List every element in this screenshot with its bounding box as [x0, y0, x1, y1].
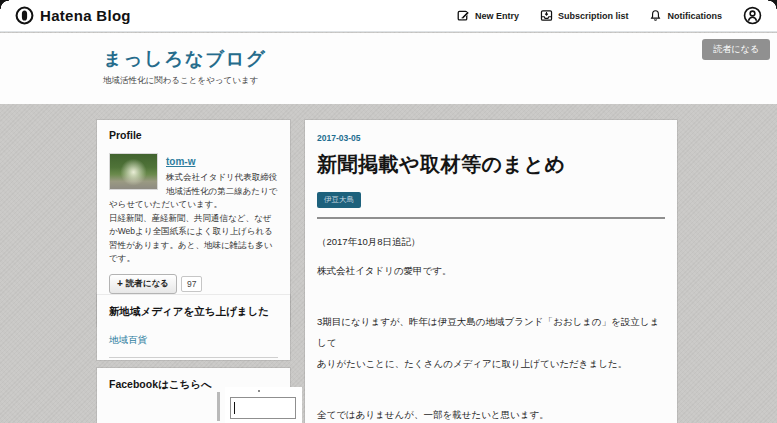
widget-dot: [258, 390, 260, 392]
entry-card: 2017-03-05 新聞掲載や取材等のまとめ 伊豆大島 （2017年10月8日…: [305, 120, 677, 423]
profile-bio-line: 日経新聞、産経新聞、共同通信など、なぜかWebより全国紙系によく取り上げられる習…: [109, 212, 278, 266]
article-body: （2017年10月8日追記） 株式会社イタドリの愛甲です。 3期目になりますが、…: [317, 231, 665, 423]
facebook-widget-divider: [217, 392, 220, 421]
subscribe-button-label: 読者になる: [126, 278, 169, 290]
hatena-logo-icon: [15, 6, 34, 25]
blog-title[interactable]: まっしろなブログ: [103, 46, 266, 71]
hatena-blog-logo[interactable]: Hatena Blog: [15, 6, 131, 25]
profile-avatar[interactable]: [109, 153, 158, 190]
media-module-heading: 新地域メディアを立ち上げました: [109, 305, 278, 319]
entry-header-divider: [317, 217, 665, 219]
notifications-label: Notifications: [667, 11, 722, 21]
article-paragraph: 全てではありませんが、一部を載せたいと思います。: [317, 404, 665, 423]
account-circle-icon: [743, 6, 762, 25]
global-header-nav: New Entry Subscription list Notification…: [457, 6, 762, 25]
entry-title-link[interactable]: 新聞掲載や取材等のまとめ: [317, 151, 665, 178]
article-paragraph: [317, 382, 665, 396]
subscriber-count-badge: 97: [181, 276, 202, 292]
notifications-button[interactable]: Notifications: [649, 9, 722, 22]
profile-username-link[interactable]: tom-w: [166, 156, 195, 167]
blog-subtitle: 地域活性化に関わることをやっています: [103, 75, 258, 87]
profile-heading: Profile: [109, 129, 278, 141]
media-module: 新地域メディアを立ち上げました 地域百貨: [97, 295, 290, 360]
subscription-list-label: Subscription list: [558, 11, 629, 21]
article-paragraph: （2017年10月8日追記）: [317, 231, 665, 252]
account-menu-button[interactable]: [743, 6, 762, 25]
logo-text: Hatena Blog: [40, 7, 131, 24]
global-header: Hatena Blog New Entry Subscription list …: [0, 0, 777, 32]
media-module-link[interactable]: 地域百貨: [109, 334, 147, 347]
new-entry-label: New Entry: [475, 11, 519, 21]
article-paragraph: 株式会社イタドリの愛甲です。: [317, 260, 665, 281]
facebook-widget-input[interactable]: [230, 397, 296, 419]
new-entry-icon: [457, 9, 470, 22]
new-entry-button[interactable]: New Entry: [457, 9, 519, 22]
blog-header: まっしろなブログ 地域活性化に関わることをやっています 読者になる: [0, 33, 777, 104]
text-caret: [234, 402, 235, 414]
hatena-blog-page: { "global_header": { "logo": "Hatena Blo…: [0, 0, 777, 423]
subscribe-row: + 読者になる 97: [109, 274, 278, 294]
article-paragraph: 3期目になりますが、昨年は伊豆大島の地域ブランド「おおしまの」を設立しまして あ…: [317, 311, 665, 374]
entry-date-link[interactable]: 2017-03-05: [317, 133, 360, 143]
subscribe-button-top[interactable]: 読者になる: [702, 39, 770, 60]
article-paragraph: [317, 289, 665, 303]
notifications-bell-icon: [649, 9, 662, 22]
subscribe-button-sidebar[interactable]: + 読者になる: [109, 274, 177, 294]
module-divider: [109, 357, 278, 358]
facebook-widget-panel: [225, 387, 302, 423]
subscription-list-icon: [540, 9, 553, 22]
subscription-list-button[interactable]: Subscription list: [540, 9, 629, 22]
plus-icon: +: [117, 280, 123, 288]
entry-tag-izu-oshima[interactable]: 伊豆大島: [317, 192, 361, 208]
